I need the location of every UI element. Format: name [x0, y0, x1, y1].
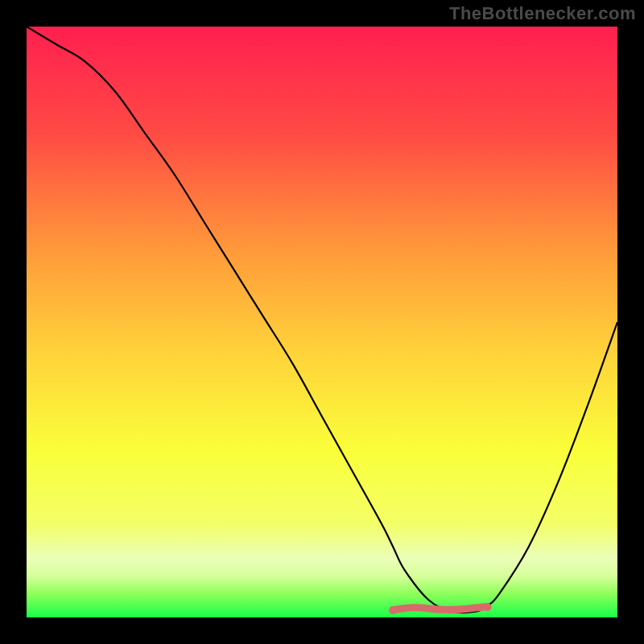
highlight-dot-start [389, 606, 397, 614]
highlight-dot-end [484, 603, 492, 611]
watermark-text: TheBottlenecker.com [449, 3, 636, 24]
curve-line [27, 27, 617, 613]
curve-highlight [393, 607, 488, 610]
bottleneck-curve [27, 27, 617, 617]
plot-area [27, 27, 617, 617]
chart-frame: TheBottlenecker.com [0, 0, 644, 644]
